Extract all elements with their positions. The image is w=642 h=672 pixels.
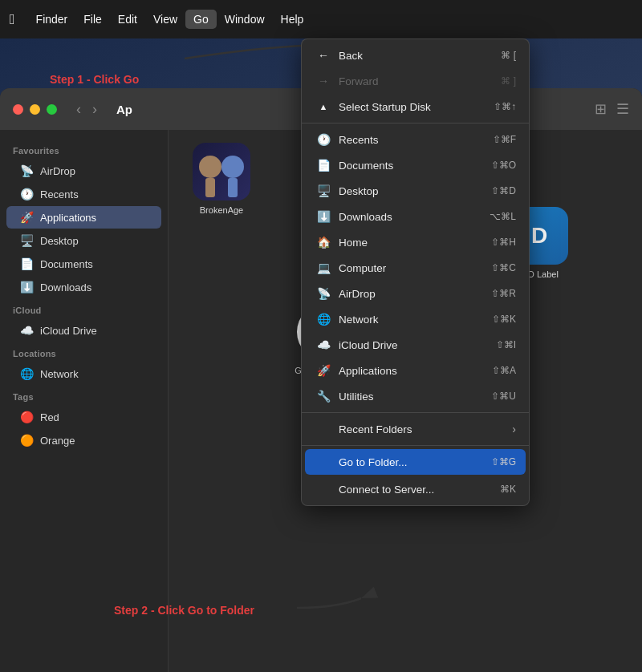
- menu-go-to-folder[interactable]: Go to Folder... ⇧⌘G: [305, 449, 526, 475]
- menubar:  Finder File Edit View Go Window Help: [0, 0, 642, 38]
- sidebar-section-favourites: Favourites: [0, 140, 168, 159]
- menu-icloud-label: iCloud Drive: [339, 339, 398, 351]
- sidebar-item-network[interactable]: 🌐 Network: [6, 362, 161, 385]
- sidebar-item-airdrop[interactable]: 📡 AirDrop: [6, 160, 161, 182]
- sidebar-downloads-label: Downloads: [40, 281, 91, 293]
- menu-connect-server-label: Connect to Server...: [339, 484, 434, 496]
- network-menu-icon: 🌐: [315, 312, 332, 326]
- forward-menu-icon: →: [315, 74, 332, 88]
- menu-network[interactable]: 🌐 Network ⇧⌘K: [302, 306, 529, 332]
- sidebar-item-icloud-drive[interactable]: ☁️ iCloud Drive: [6, 319, 161, 342]
- sidebar-airdrop-label: AirDrop: [40, 165, 75, 177]
- back-arrow[interactable]: ‹: [73, 99, 84, 119]
- menubar-window[interactable]: Window: [217, 10, 273, 29]
- sidebar-item-downloads[interactable]: ⬇️ Downloads: [6, 276, 161, 298]
- list-view-icon[interactable]: ☰: [616, 100, 629, 118]
- toolbar-title: Ap: [116, 103, 132, 116]
- apple-menu[interactable]: : [10, 11, 15, 28]
- sidebar-item-desktop[interactable]: 🖥️ Desktop: [6, 229, 161, 252]
- menu-icloud-drive[interactable]: ☁️ iCloud Drive ⇧⌘I: [302, 332, 529, 358]
- menu-forward-shortcut: ⌘ ]: [501, 75, 516, 87]
- menu-forward-label: Forward: [339, 75, 379, 87]
- menu-applications[interactable]: 🚀 Applications ⇧⌘A: [302, 358, 529, 383]
- menu-documents-shortcut: ⇧⌘O: [491, 160, 516, 171]
- sidebar-item-red-tag[interactable]: 🔴 Red: [6, 406, 161, 428]
- menubar-help[interactable]: Help: [273, 10, 312, 29]
- menu-recents-label: Recents: [339, 134, 379, 146]
- menu-desktop[interactable]: 🖥️ Desktop ⇧⌘D: [302, 178, 529, 204]
- documents-icon: 📄: [19, 257, 34, 270]
- minimize-button[interactable]: [30, 104, 40, 115]
- utilities-menu-icon: 🔧: [315, 389, 332, 403]
- menu-network-shortcut: ⇧⌘K: [492, 314, 516, 325]
- computer-menu-icon: 💻: [315, 261, 332, 275]
- airdrop-menu-icon: 📡: [315, 286, 332, 301]
- menu-documents-label: Documents: [339, 160, 393, 172]
- menu-computer[interactable]: 💻 Computer ⇧⌘C: [302, 255, 529, 281]
- maximize-button[interactable]: [47, 104, 57, 115]
- sidebar-section-icloud: iCloud: [0, 299, 168, 318]
- menu-network-label: Network: [339, 314, 379, 326]
- menu-connect-server[interactable]: Connect to Server... ⌘K: [302, 476, 529, 502]
- menu-forward[interactable]: → Forward ⌘ ]: [302, 68, 529, 94]
- sidebar-orange-label: Orange: [40, 435, 75, 447]
- menubar-edit[interactable]: Edit: [110, 10, 145, 29]
- back-menu-icon: ←: [315, 48, 332, 63]
- icloud-menu-icon: ☁️: [315, 338, 332, 352]
- go-to-folder-icon: [315, 455, 332, 469]
- menu-home[interactable]: 🏠 Home ⇧⌘H: [302, 229, 529, 255]
- menu-applications-shortcut: ⇧⌘A: [492, 365, 516, 376]
- sidebar-item-documents[interactable]: 📄 Documents: [6, 253, 161, 275]
- home-menu-icon: 🏠: [315, 235, 332, 249]
- sidebar-item-applications[interactable]: 🚀 Applications: [6, 206, 161, 229]
- airdrop-icon: 📡: [19, 164, 34, 177]
- svg-point-1: [199, 156, 221, 178]
- close-button[interactable]: [13, 104, 23, 115]
- sidebar-recents-label: Recents: [40, 188, 79, 200]
- sidebar-item-recents[interactable]: 🕐 Recents: [6, 183, 161, 205]
- recent-folders-icon: [315, 422, 332, 436]
- menu-applications-label: Applications: [339, 365, 397, 377]
- menu-computer-label: Computer: [339, 262, 386, 274]
- menu-downloads[interactable]: ⬇️ Downloads ⌥⌘L: [302, 204, 529, 229]
- grid-view-icon[interactable]: ⊞: [595, 100, 607, 118]
- menu-airdrop[interactable]: 📡 AirDrop ⇧⌘R: [302, 281, 529, 306]
- connect-server-icon: [315, 482, 332, 496]
- sidebar-icloud-label: iCloud Drive: [40, 325, 97, 337]
- menu-utilities[interactable]: 🔧 Utilities ⇧⌘U: [302, 383, 529, 409]
- recent-folders-arrow: ›: [512, 423, 516, 435]
- menu-sep-2: [302, 412, 529, 413]
- nav-arrows: ‹ ›: [73, 99, 100, 119]
- menu-desktop-shortcut: ⇧⌘D: [491, 185, 516, 196]
- menu-documents[interactable]: 📄 Documents ⇧⌘O: [302, 152, 529, 178]
- app-broken-age-label: BrokenAge: [200, 205, 243, 216]
- svg-rect-3: [205, 178, 215, 197]
- menu-startup-shortcut: ⇧⌘↑: [494, 101, 516, 112]
- menu-sep-1: [302, 123, 529, 123]
- menu-back-shortcut: ⌘ [: [501, 50, 516, 61]
- sidebar-item-orange-tag[interactable]: 🟠 Orange: [6, 429, 161, 451]
- forward-arrow[interactable]: ›: [89, 99, 100, 119]
- menu-desktop-label: Desktop: [339, 185, 379, 197]
- menubar-file[interactable]: File: [75, 10, 110, 29]
- menubar-view[interactable]: View: [145, 10, 185, 29]
- menubar-go[interactable]: Go: [185, 10, 217, 29]
- menu-startup-disk-label: Select Startup Disk: [339, 101, 431, 113]
- menu-home-shortcut: ⇧⌘H: [491, 237, 516, 248]
- icloud-icon: ☁️: [19, 324, 34, 337]
- downloads-menu-icon: ⬇️: [315, 209, 332, 224]
- menu-icloud-shortcut: ⇧⌘I: [496, 339, 516, 350]
- sidebar-documents-label: Documents: [40, 258, 93, 270]
- svg-point-2: [221, 156, 244, 178]
- desktop-icon: 🖥️: [19, 234, 34, 247]
- sidebar-applications-label: Applications: [40, 212, 96, 224]
- app-broken-age[interactable]: BrokenAge: [181, 143, 262, 376]
- menu-recent-folders[interactable]: Recent Folders ›: [302, 416, 529, 442]
- menubar-finder[interactable]: Finder: [28, 10, 76, 29]
- applications-icon: 🚀: [19, 211, 34, 224]
- menu-utilities-shortcut: ⇧⌘U: [491, 391, 516, 402]
- menu-recents[interactable]: 🕐 Recents ⇧⌘F: [302, 127, 529, 152]
- menu-back-label: Back: [339, 50, 363, 62]
- menu-startup-disk[interactable]: ▲ Select Startup Disk ⇧⌘↑: [302, 94, 529, 119]
- menu-back[interactable]: ← Back ⌘ [: [302, 43, 529, 68]
